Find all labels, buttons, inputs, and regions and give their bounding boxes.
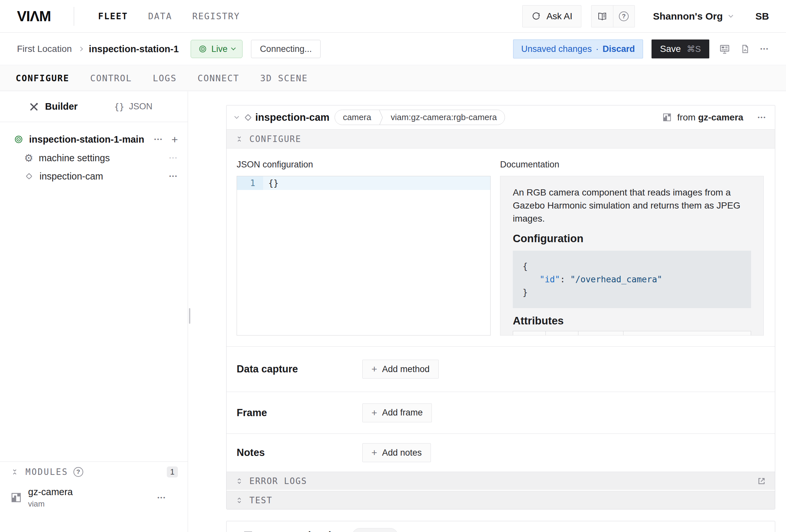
expand-icon: [235, 477, 244, 485]
machine-settings-label: machine settings: [39, 153, 110, 163]
builder-mode-button[interactable]: Builder: [29, 101, 78, 112]
from-module-link[interactable]: from gz-camera: [677, 112, 743, 123]
json-label: JSON: [129, 101, 153, 112]
code-line: "id": "/overhead_camera": [523, 273, 741, 286]
component-diamond-icon: [243, 112, 253, 123]
doc-configuration-heading: Configuration: [513, 232, 751, 245]
item-more-menu[interactable]: •••: [169, 173, 178, 180]
external-link-icon[interactable]: [757, 476, 766, 486]
notes-section: Notes + Add notes: [227, 434, 775, 471]
unsaved-changes-label: Unsaved changes: [521, 44, 592, 54]
doc-config-code-block: { "id": "/overhead_camera" }: [513, 251, 751, 308]
module-by-label: by viam: [308, 530, 346, 532]
breadcrumb-location[interactable]: First Location: [17, 44, 72, 54]
add-component-button[interactable]: +: [171, 134, 178, 145]
connecting-label: Connecting...: [260, 44, 312, 54]
builder-json-toggle: Builder {} JSON: [0, 91, 188, 122]
gear-icon: ⚙: [24, 152, 33, 164]
tab-control[interactable]: CONTROL: [90, 73, 132, 83]
component-more-menu[interactable]: •••: [758, 114, 766, 121]
tree-item-main-part[interactable]: inspection-station-1-main ••• +: [0, 130, 188, 149]
ask-ai-button[interactable]: Ask AI: [522, 5, 581, 27]
module-more-menu[interactable]: •••: [157, 494, 166, 501]
plus-icon: +: [371, 408, 377, 418]
tree-item-machine-settings[interactable]: ⚙ machine settings •••: [0, 149, 188, 167]
tree-item-inspection-cam[interactable]: inspection-cam •••: [0, 167, 188, 185]
module-org: viam: [28, 499, 73, 509]
frame-heading: Frame: [237, 407, 362, 419]
module-badge: module: [352, 528, 398, 532]
add-notes-button[interactable]: + Add notes: [362, 443, 431, 462]
item-more-menu[interactable]: •••: [169, 155, 178, 161]
doc-attributes-heading: Attributes: [513, 315, 751, 327]
module-list-item[interactable]: gz-camera viam •••: [0, 482, 188, 509]
connecting-status-button[interactable]: Connecting...: [251, 40, 321, 58]
json-config-editor[interactable]: 1 {}: [237, 176, 491, 336]
sidebar-resize-handle[interactable]: [189, 308, 190, 324]
component-type: camera: [335, 110, 379, 125]
builder-label: Builder: [45, 101, 78, 112]
help-button[interactable]: ?: [613, 5, 634, 27]
tab-configure[interactable]: CONFIGURE: [16, 73, 69, 83]
org-switcher[interactable]: Shannon's Org: [653, 11, 733, 22]
configure-section-body: JSON configuration 1 {} Documentation An…: [227, 148, 775, 346]
discard-link[interactable]: Discard: [603, 44, 635, 54]
part-more-menu[interactable]: •••: [154, 136, 163, 143]
collapse-chevron-icon[interactable]: [234, 114, 239, 118]
builder-tools-icon: [29, 101, 39, 112]
nav-data[interactable]: DATA: [148, 11, 172, 21]
header-right: Ask AI ? Shannon's Org: [522, 5, 769, 27]
badge-separator: [379, 110, 383, 125]
nav-fleet[interactable]: FLEET: [98, 11, 128, 21]
machine-name: inspection-station-1: [89, 44, 179, 54]
json-configuration-label: JSON configuration: [237, 160, 313, 170]
test-bar[interactable]: TEST: [227, 491, 775, 509]
chevron-down-icon: [729, 13, 733, 17]
component-name: inspection-cam: [255, 112, 329, 123]
ask-ai-icon: [531, 11, 541, 21]
configure-section-bar[interactable]: CONFIGURE: [227, 129, 775, 148]
module-icon: [662, 112, 672, 122]
module-name: gz-camera: [28, 487, 73, 498]
frame-section: Frame + Add frame: [227, 392, 775, 434]
live-label: Live: [211, 44, 228, 54]
primary-nav: FLEET DATA REGISTRY: [98, 11, 240, 21]
error-logs-bar[interactable]: ERROR LOGS: [227, 471, 775, 490]
help-icon: ?: [619, 11, 629, 21]
code-line: {: [523, 260, 741, 273]
tab-3d-scene[interactable]: 3D SCENE: [260, 73, 308, 83]
module-icon: [10, 491, 22, 504]
editor-active-line: 1 {}: [237, 176, 490, 190]
modules-help-icon[interactable]: ?: [73, 467, 83, 477]
machine-more-menu[interactable]: •••: [760, 46, 769, 52]
present-monitor-button[interactable]: [719, 43, 730, 54]
editor-code: {}: [268, 178, 278, 188]
docs-button[interactable]: [592, 5, 613, 27]
component-type-model-badge: camera viam:gz-camera:rgb-camera: [334, 110, 505, 125]
documentation-label: Documentation: [500, 160, 559, 170]
machine-part-tree: inspection-station-1-main ••• + ⚙ machin…: [0, 122, 188, 185]
registry-link[interactable]: Registry: [407, 531, 453, 532]
main-part-label: inspection-station-1-main: [29, 134, 144, 145]
add-method-label: Add method: [382, 364, 430, 374]
report-file-button[interactable]: [740, 44, 750, 54]
add-notes-label: Add notes: [382, 448, 422, 458]
documentation-panel: An RGB camera component that reads image…: [500, 176, 764, 336]
org-name: Shannon's Org: [653, 11, 723, 22]
component-diamond-icon: [24, 171, 34, 181]
machine-status-dropdown[interactable]: Live: [191, 40, 243, 58]
viam-logo[interactable]: VIΛM: [17, 8, 51, 24]
save-button[interactable]: Save ⌘S: [651, 40, 709, 59]
code-line: }: [523, 286, 741, 299]
expand-icon: [235, 496, 244, 505]
tab-logs[interactable]: LOGS: [153, 73, 177, 83]
add-frame-button[interactable]: + Add frame: [362, 403, 432, 422]
modules-header[interactable]: MODULES ? 1: [0, 462, 188, 482]
add-method-button[interactable]: + Add method: [362, 360, 439, 378]
viam-app: VIΛM FLEET DATA REGISTRY Ask AI: [0, 0, 786, 532]
tab-connect[interactable]: CONNECT: [198, 73, 239, 83]
user-avatar[interactable]: SB: [755, 11, 769, 22]
json-mode-button[interactable]: {} JSON: [114, 101, 153, 112]
nav-registry[interactable]: REGISTRY: [192, 11, 240, 21]
test-label: TEST: [249, 495, 273, 505]
